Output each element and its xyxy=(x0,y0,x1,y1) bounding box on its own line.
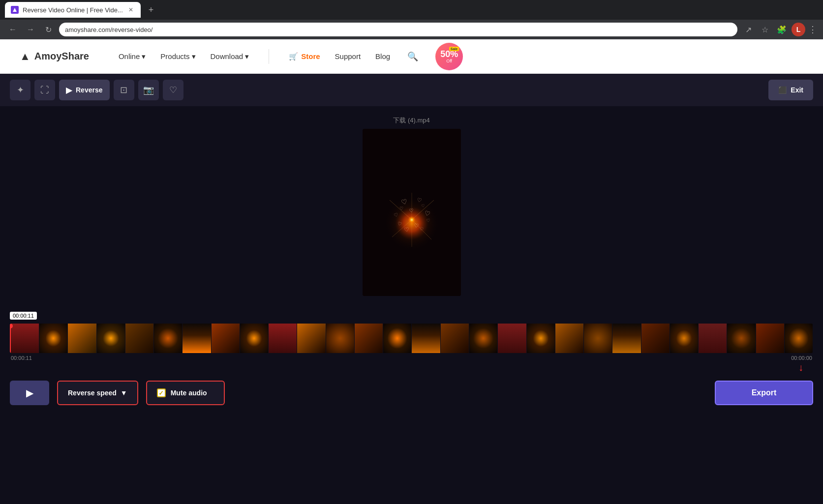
extensions-button[interactable]: 🧩 xyxy=(775,23,789,36)
forward-button[interactable]: → xyxy=(24,23,37,36)
timeline-frame xyxy=(326,324,355,353)
reverse-tool-button[interactable]: ▶ Reverse xyxy=(59,80,110,100)
browser-menu-button[interactable]: ⋮ xyxy=(808,24,817,35)
crop-tool-button[interactable]: ⛶ xyxy=(34,80,55,100)
timeline-frame xyxy=(670,324,699,353)
mute-audio-button[interactable]: ✓ Mute audio xyxy=(146,381,225,405)
exit-button[interactable]: ⬛ Exit xyxy=(768,80,813,100)
export-button[interactable]: Export xyxy=(715,381,813,405)
bookmark-button[interactable]: ☆ xyxy=(758,23,772,36)
timeline-times: 00:00:11 00:00:00 xyxy=(10,355,813,361)
main-content: 下载 (4).mp4 xyxy=(0,106,823,301)
video-preview: ♡ ♡ ♡ ♡ ♡ ♡ ♡ ♡ ♡ ♡ ♡ ♡ xyxy=(363,129,461,296)
timeline-frame xyxy=(212,324,240,353)
browser-tab[interactable]: Reverse Video Online | Free Vide... ✕ xyxy=(5,2,141,18)
camera-icon: 📷 xyxy=(143,85,154,95)
tab-close-button[interactable]: ✕ xyxy=(127,6,135,14)
svg-text:♡: ♡ xyxy=(399,206,403,211)
logo[interactable]: ▲ AmoyShare xyxy=(20,50,89,63)
sale-off: Off xyxy=(446,59,452,63)
timeline-frame xyxy=(355,324,383,353)
video-visual: ♡ ♡ ♡ ♡ ♡ ♡ ♡ ♡ ♡ ♡ ♡ ♡ xyxy=(363,129,461,296)
exit-icon: ⬛ xyxy=(778,86,787,94)
reverse-speed-button[interactable]: Reverse speed ▼ xyxy=(57,381,138,405)
timeline-frame xyxy=(555,324,584,353)
search-icon[interactable]: 🔍 xyxy=(405,49,421,64)
heart-tool-button[interactable]: ♡ xyxy=(163,80,183,100)
nav-download[interactable]: Download ▾ xyxy=(211,52,249,61)
export-label: Export xyxy=(752,388,777,397)
timeline-frame xyxy=(527,324,555,353)
nav-products[interactable]: Products ▾ xyxy=(160,52,195,61)
browser-nav: ← → ↻ amoyshare.com/reverse-video/ ↗ ☆ 🧩… xyxy=(0,20,823,39)
tab-favicon xyxy=(11,6,19,14)
site-header: ▲ AmoyShare Online ▾ Products ▾ Download… xyxy=(0,39,823,74)
exit-label: Exit xyxy=(791,86,803,94)
svg-text:♡: ♡ xyxy=(413,222,419,229)
nav-support[interactable]: Support xyxy=(335,52,361,60)
timeline-section: 00:00:11 00:00:11 00:00:0 xyxy=(0,311,823,373)
screenshot-tool-button[interactable]: ⊡ xyxy=(114,80,134,100)
nav-store[interactable]: 🛒 Store xyxy=(289,52,320,61)
reverse-speed-label: Reverse speed xyxy=(68,389,117,397)
video-frame: ♡ ♡ ♡ ♡ ♡ ♡ ♡ ♡ ♡ ♡ ♡ ♡ xyxy=(363,129,461,296)
back-button[interactable]: ← xyxy=(6,23,20,36)
nav-blog[interactable]: Blog xyxy=(375,52,390,60)
chevron-down-icon: ▾ xyxy=(192,52,196,61)
timeline-cursor xyxy=(10,324,11,353)
timeline-frame xyxy=(39,324,68,353)
mute-checkbox[interactable]: ✓ xyxy=(157,388,166,397)
magic-tool-button[interactable]: ✦ xyxy=(10,80,30,100)
timeline-frame xyxy=(727,324,756,353)
magic-icon: ✦ xyxy=(17,85,24,95)
timeline-frame xyxy=(612,324,641,353)
new-tab-button[interactable]: + xyxy=(145,3,158,17)
svg-marker-0 xyxy=(13,8,17,12)
play-icon: ▶ xyxy=(26,387,33,399)
logo-icon: ▲ xyxy=(20,50,30,63)
timeline-frame xyxy=(756,324,785,353)
browser-actions: ↗ ☆ 🧩 L ⋮ xyxy=(741,23,817,36)
bottom-controls: ▶ Reverse speed ▼ ✓ Mute audio Export xyxy=(0,373,823,413)
timeline-frame xyxy=(785,324,813,353)
nav-online[interactable]: Online ▾ xyxy=(119,52,146,61)
sale-label: Sale xyxy=(449,47,459,51)
mute-audio-label: Mute audio xyxy=(171,389,207,397)
camera-tool-button[interactable]: 📷 xyxy=(138,80,159,100)
timeline-frame xyxy=(154,324,183,353)
timeline-frame xyxy=(97,324,125,353)
timeline-frame xyxy=(183,324,211,353)
cart-icon: 🛒 xyxy=(289,52,298,61)
checkbox-check-icon: ✓ xyxy=(158,389,164,397)
chevron-down-icon: ▾ xyxy=(142,52,146,61)
video-filename: 下载 (4).mp4 xyxy=(393,116,429,125)
timeline-frame xyxy=(269,324,297,353)
crop-icon: ⛶ xyxy=(40,85,49,95)
play-button[interactable]: ▶ xyxy=(10,381,49,405)
svg-text:♡: ♡ xyxy=(416,197,422,204)
profile-button[interactable]: L xyxy=(792,23,805,36)
timeline-frame xyxy=(584,324,612,353)
timeline-end-time: 00:00:00 xyxy=(791,355,812,361)
refresh-button[interactable]: ↻ xyxy=(41,23,55,36)
heart-icon: ♡ xyxy=(169,85,177,95)
reverse-label: Reverse xyxy=(76,86,103,94)
timeline-frame xyxy=(10,324,39,353)
timeline-frame xyxy=(383,324,412,353)
logo-text: AmoyShare xyxy=(34,51,89,62)
toolbar: ✦ ⛶ ▶ Reverse ⊡ 📷 ♡ ⬛ Exit xyxy=(0,74,823,106)
browser-chrome: Reverse Video Online | Free Vide... ✕ + xyxy=(0,0,823,20)
share-button[interactable]: ↗ xyxy=(741,23,755,36)
svg-text:♡: ♡ xyxy=(426,218,430,223)
timeline-strip[interactable] xyxy=(10,324,813,353)
address-bar[interactable]: amoyshare.com/reverse-video/ xyxy=(59,23,737,36)
reverse-icon: ▶ xyxy=(66,86,72,95)
svg-text:♡: ♡ xyxy=(409,208,414,213)
timeline-frame xyxy=(240,324,269,353)
timeline-frame xyxy=(498,324,526,353)
timeline-frame xyxy=(125,324,154,353)
sale-badge[interactable]: Sale 50% Off xyxy=(435,43,463,70)
nav-divider xyxy=(269,49,269,64)
timeline-start-time: 00:00:11 xyxy=(11,355,32,361)
screenshot-icon: ⊡ xyxy=(120,85,127,95)
